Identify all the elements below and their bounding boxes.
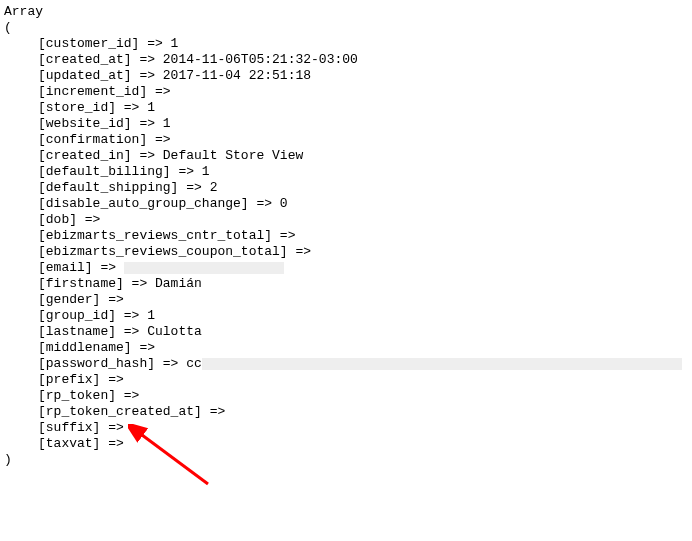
array-entry: [prefix] => (4, 372, 688, 388)
array-entries: [customer_id] => 1[created_at] => 2014-1… (4, 36, 688, 452)
array-entry: [created_at] => 2014-11-06T05:21:32-03:0… (4, 52, 688, 68)
array-entry: [disable_auto_group_change] => 0 (4, 196, 688, 212)
array-entry: [customer_id] => 1 (4, 36, 688, 52)
array-entry: [dob] => (4, 212, 688, 228)
array-entry: [gender] => (4, 292, 688, 308)
array-entry: [website_id] => 1 (4, 116, 688, 132)
array-entry: [default_billing] => 1 (4, 164, 688, 180)
array-entry: [updated_at] => 2017-11-04 22:51:18 (4, 68, 688, 84)
paren-close: ) (4, 452, 688, 468)
array-entry: [ebizmarts_reviews_coupon_total] => (4, 244, 688, 260)
array-entry: [ebizmarts_reviews_cntr_total] => (4, 228, 688, 244)
array-entry: [store_id] => 1 (4, 100, 688, 116)
array-entry: [taxvat] => (4, 436, 688, 452)
array-entry: [password_hash] => cc (4, 356, 688, 372)
array-entry: [lastname] => Culotta (4, 324, 688, 340)
array-entry: [suffix] => (4, 420, 688, 436)
array-entry: [email] => (4, 260, 688, 276)
array-entry: [increment_id] => (4, 84, 688, 100)
paren-open: ( (4, 20, 688, 36)
array-entry: [group_id] => 1 (4, 308, 688, 324)
array-entry: [rp_token] => (4, 388, 688, 404)
array-header: Array (4, 4, 688, 20)
redacted-block (124, 262, 284, 274)
array-entry: [firstname] => Damián (4, 276, 688, 292)
array-entry: [rp_token_created_at] => (4, 404, 688, 420)
array-entry: [default_shipping] => 2 (4, 180, 688, 196)
array-entry: [confirmation] => (4, 132, 688, 148)
array-entry: [middlename] => (4, 340, 688, 356)
redacted-block (202, 358, 682, 370)
array-entry: [created_in] => Default Store View (4, 148, 688, 164)
